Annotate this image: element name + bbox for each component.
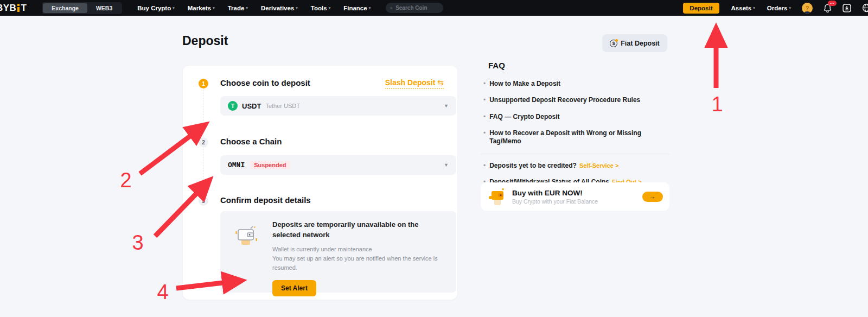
wallet-maintenance-icon [234, 220, 258, 293]
maintenance-warning-box: Deposits are temporarily unavailable on … [220, 211, 456, 293]
set-alert-button[interactable]: Set Alert [272, 280, 316, 296]
coin-full-name: Tether USDT [265, 103, 300, 109]
download-icon [843, 4, 851, 12]
wallet-money-icon [487, 186, 507, 207]
faq-title: FAQ [488, 61, 669, 70]
chevron-down-icon: ▾ [296, 6, 298, 10]
user-avatar[interactable]: ? [802, 3, 813, 14]
notifications-button[interactable]: ••• [824, 4, 832, 12]
banner-arrow-button[interactable]: → [642, 192, 663, 202]
menu-trade[interactable]: Trade▾ [228, 5, 248, 11]
tether-icon: T [228, 101, 238, 111]
faq-link-crypto-deposit[interactable]: • FAQ — Crypto Deposit [481, 113, 669, 121]
chevron-down-icon: ▾ [246, 6, 248, 10]
bullet-icon: • [483, 129, 486, 137]
chain-select-dropdown[interactable]: OMNI Suspended ▼ [220, 155, 456, 175]
banner-text: Buy with EUR NOW! Buy Crypto with your F… [512, 189, 598, 205]
chevron-down-icon: ▾ [329, 6, 331, 10]
warning-title: Deposits are temporarily unavailable on … [272, 220, 446, 240]
step-2-indicator: 2 [199, 137, 208, 147]
faq-divider [481, 154, 669, 154]
step-1-title: Choose coin to deposit [220, 78, 310, 87]
swap-icon: ⇆ [437, 78, 444, 87]
fiat-deposit-button[interactable]: $ Fiat Deposit [602, 34, 667, 52]
chevron-down-icon: ▾ [789, 6, 791, 10]
bullet-icon: • [483, 96, 486, 104]
search-input[interactable] [395, 5, 439, 11]
nav-right-group: Deposit Assets▾ Orders▾ ? ••• [683, 3, 868, 14]
bullet-icon: • [483, 113, 486, 121]
coin-symbol: USDT [242, 102, 261, 110]
self-service-link[interactable]: Self-Service > [579, 162, 618, 169]
bybit-logo[interactable]: BYB T [0, 3, 27, 14]
arrow-label-4: 4 [157, 281, 168, 303]
menu-buy-crypto[interactable]: Buy Crypto▾ [137, 5, 175, 11]
tab-exchange[interactable]: Exchange [43, 3, 87, 13]
slash-deposit-link[interactable]: Slash Deposit ⇆ [385, 78, 444, 89]
chevron-down-icon: ▾ [753, 6, 755, 10]
step-3-indicator: 3 [199, 196, 208, 206]
menu-orders[interactable]: Orders▾ [767, 5, 791, 11]
faq-link-unsupported-recovery[interactable]: • Unsupported Deposit Recovery Procedure… [481, 96, 669, 104]
suspended-badge: Suspended [250, 161, 290, 169]
banner-subtitle: Buy Crypto with your Fiat Balance [512, 198, 598, 205]
step-2-title: Choose a Chain [220, 137, 282, 146]
faq-section: FAQ • How to Make a Deposit • Unsupporte… [481, 61, 669, 195]
menu-assets[interactable]: Assets▾ [731, 5, 755, 11]
deposit-button[interactable]: Deposit [683, 3, 719, 14]
logo-text: BYB [0, 3, 16, 14]
tab-web3[interactable]: WEB3 [87, 3, 121, 13]
bullet-icon: • [483, 162, 486, 169]
menu-finance[interactable]: Finance▾ [343, 5, 371, 11]
warning-text-block: Deposits are temporarily unavailable on … [272, 220, 446, 293]
faq-link-self-service[interactable]: • Deposits yet to be credited? Self-Serv… [481, 162, 669, 169]
warning-subtext: Wallet is currently under maintenance Yo… [272, 245, 446, 272]
chevron-down-icon: ▾ [213, 6, 215, 10]
faq-link-how-to-deposit[interactable]: • How to Make a Deposit [481, 80, 669, 87]
product-switcher: Exchange WEB3 [42, 2, 122, 14]
step-1-indicator: 1 [199, 79, 208, 88]
arrow-label-3: 3 [132, 231, 143, 254]
coin-search[interactable] [386, 3, 443, 13]
bullet-icon: • [483, 80, 486, 87]
faq-links: • How to Make a Deposit • Unsupported De… [481, 80, 669, 186]
arrow-label-1: 1 [711, 93, 723, 116]
chevron-down-icon: ▾ [369, 6, 371, 10]
language-button[interactable] [862, 3, 868, 12]
chevron-down-icon: ▼ [444, 162, 449, 168]
chevron-down-icon: ▾ [173, 6, 175, 10]
menu-markets[interactable]: Markets▾ [188, 5, 215, 11]
chain-name: OMNI [228, 161, 245, 169]
fiat-coin-icon: $ [610, 40, 617, 47]
step-3-title: Confirm deposit details [220, 195, 311, 205]
logo-orange-bar-icon [17, 4, 20, 12]
globe-icon [862, 3, 868, 12]
notification-badge: ••• [828, 1, 837, 6]
chevron-down-icon: ▼ [444, 103, 449, 109]
deposit-steps-card: 1 Choose coin to deposit Slash Deposit ⇆… [183, 66, 457, 300]
buy-eur-banner[interactable]: Buy with EUR NOW! Buy Crypto with your F… [481, 182, 669, 211]
logo-text-suffix: T [21, 3, 27, 14]
menu-derivatives[interactable]: Derivatives▾ [261, 5, 298, 11]
top-navigation-bar: BYB T Exchange WEB3 Buy Crypto▾ Markets▾… [0, 0, 868, 16]
page-title: Deposit [182, 34, 228, 48]
download-app-button[interactable] [843, 4, 851, 12]
banner-title: Buy with EUR NOW! [512, 189, 598, 197]
coin-select-dropdown[interactable]: T USDT Tether USDT ▼ [220, 96, 456, 116]
search-icon [390, 5, 393, 11]
arrow-label-2: 2 [120, 169, 131, 192]
menu-tools[interactable]: Tools▾ [311, 5, 330, 11]
faq-link-recover-tag-memo[interactable]: • How to Recover a Deposit with Wrong or… [481, 129, 669, 145]
main-menu: Buy Crypto▾ Markets▾ Trade▾ Derivatives▾… [137, 5, 384, 11]
bybit-deposit-page: BYB T Exchange WEB3 Buy Crypto▾ Markets▾… [0, 0, 868, 317]
